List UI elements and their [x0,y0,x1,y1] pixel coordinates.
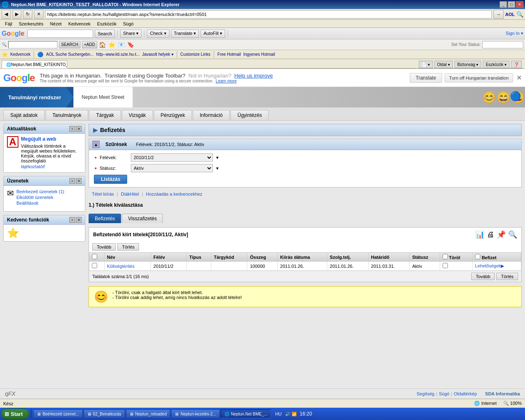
sign-in-link[interactable]: Sign In ▾ [506,31,523,36]
taskbar-beiratkozas[interactable]: 🖥 02_Beiratkozás [84,409,125,418]
site-nav-meetstreet[interactable]: Neptun Meet Street [73,87,133,107]
status-input[interactable] [482,41,523,48]
translate-button[interactable]: Translate [410,73,443,83]
fav-hotmail[interactable]: Free Hotmail [217,52,241,57]
felevek-select[interactable]: 2010/11/2 [131,153,213,162]
aktualitasok-link[interactable]: Megújult a web [21,136,82,142]
print-icon[interactable]: 🖨 [487,231,494,239]
fav-kedvencek[interactable]: Kedvencek [10,52,30,57]
forward-button[interactable]: ▶ [12,10,21,19]
start-button[interactable]: ⊞ Start [1,409,29,419]
footer-logo: qFX [5,390,16,397]
turn-off-hungarian-button[interactable]: Turn off Hungarian translation [445,73,513,82]
menu-view[interactable]: Nézet [47,20,65,27]
select-all-checkbox[interactable] [92,254,97,259]
google-search-input[interactable] [27,30,93,38]
address-input[interactable] [45,10,492,18]
maximize-button[interactable]: □ [508,1,515,8]
window-title: Neptun.Net BME_KITEKINTO_TESZT_HALLGATOI… [11,2,500,7]
elkuldott-link[interactable]: Elküldött üzenetek [16,195,64,200]
torles-button-top[interactable]: Törlés [117,243,139,251]
nav-tab-informacio[interactable]: Információ [193,110,230,120]
nav-tab-penzugyek[interactable]: Pénzügyek [154,110,192,120]
fav-ingyenes-hotmail[interactable]: Ingyenes Hotmail [243,52,275,57]
web-search-input[interactable] [8,41,57,48]
menu-edit[interactable]: Szerkesztés [16,20,47,27]
tools-btn2[interactable]: Eszközök ▾ [483,61,509,68]
fav-kti[interactable]: http--www.kti.szie.hu-t... [96,52,139,57]
security-button[interactable]: Biztonság ▾ [454,61,482,68]
uzenetek-expand[interactable]: + [69,178,75,184]
taskbar-neptun-reloaded[interactable]: 🖥 Neptun_reloaded [126,409,171,418]
tab-neptun[interactable]: 🌐 Neptun.Net BME_KITEKINTO_TESZT_HALLGA.… [2,60,67,68]
translate-bar-close[interactable]: ✕ [516,74,522,82]
taskbar-neptun-bme[interactable]: 🌐 Neptun.Net BME_... [221,409,271,418]
search-table-icon[interactable]: 🔍 [508,230,517,239]
add-button[interactable]: +ADD [82,41,97,48]
export-excel-icon[interactable]: 📊 [475,230,484,239]
koltsegterites-link[interactable]: Költségtérítés [107,264,135,269]
share-button[interactable]: Share ▾ [120,30,142,38]
row-torol-checkbox[interactable] [443,263,448,268]
kedvenc-close[interactable]: ✕ [76,217,82,223]
menu-tools[interactable]: Eszközök [94,20,120,27]
nav-tab-tanulmanyok[interactable]: Tanulmányok [46,110,89,120]
nav-tab-vizsgak[interactable]: Vizsgák [122,110,153,120]
learn-more-link[interactable]: Learn more [216,79,237,83]
minimize-button[interactable]: _ [500,1,507,8]
fav-customize[interactable]: Customize Links [180,52,210,57]
kedvenc-expand[interactable]: + [69,217,75,223]
row-checkbox[interactable] [92,263,97,268]
menu-help[interactable]: Súgó [120,20,137,27]
nav-tab-targyak[interactable]: Tárgyak [89,110,121,120]
nav-tab-ugyintezs[interactable]: Ügyintézés [231,110,269,120]
menu-file[interactable]: Fájl [2,20,16,27]
befizet-header-checkbox[interactable] [475,254,480,259]
hozzaadas-link[interactable]: Hozzáadás a kedvencekhez [146,192,203,196]
sugo-link[interactable]: Súgó [439,391,450,396]
page-button[interactable]: Oldal ▾ [434,61,453,68]
aktualitasok-close[interactable]: ✕ [76,126,82,132]
taskbar-neptun-kezeles[interactable]: 🖥 Neptun-kezelés-2... [171,409,220,418]
fav-aol[interactable]: AOL Suche Suchergebn... [46,52,94,57]
refresh-button[interactable]: ↻ [23,10,32,19]
oldalterkep-link[interactable]: Oldaltérkép [454,391,477,396]
nav-tab-sajat[interactable]: Saját adatok [3,110,45,120]
tovabb-button-top[interactable]: Tovább [92,243,116,251]
lehetosegek-link[interactable]: Lehetőségek▶ [475,263,504,268]
stop-button[interactable]: ✕ [34,10,43,19]
segitseg-link[interactable]: Segítség [417,391,434,396]
tab-visszafizetes[interactable]: Visszafizetés [122,214,163,223]
beallitasok-link[interactable]: Beállítások [16,201,64,205]
autofill-button[interactable]: AutoFill ▾ [201,30,225,38]
menu-favorites[interactable]: Kedvencek [65,20,94,27]
torles-button-bottom[interactable]: Törlés [496,273,518,280]
go-button[interactable]: → [493,10,504,19]
close-button[interactable]: ✕ [516,1,523,8]
new-tab-button[interactable]: 📄 ▾ [419,61,433,68]
fav-javasolt[interactable]: Javasolt helyek ▾ [142,52,173,57]
site-nav-tanulmanyok[interactable]: Tanulmányi rendszer [0,87,73,107]
tab-befizetes[interactable]: Befizetés [89,214,121,223]
aktualitasok-expand[interactable]: + [69,126,75,132]
table-icons: 📊 🖨 📌 🔍 [475,230,517,239]
help-btn2[interactable]: ❓ [511,61,522,68]
search-web-button[interactable]: SEARCH [59,41,80,48]
filter-collapse-icon[interactable]: ▲ [92,141,100,148]
taskbar-beerkezett[interactable]: 🖥 Beérkezett üzenet... [33,409,83,418]
tajekoztato-link[interactable]: tájékoztatót! [21,164,82,169]
beerkezett-link[interactable]: Beérkezett üzenetek (1) [16,189,64,194]
listazas-button[interactable]: Listázás [94,175,127,184]
back-button[interactable]: ◀ [2,10,11,19]
diakhitel-link[interactable]: DiákHitel [121,192,139,196]
google-search-button[interactable]: Search [95,30,115,38]
status-select[interactable]: Aktív [131,164,213,172]
check-button[interactable]: Check ▾ [147,30,169,38]
tovabb-button-bottom[interactable]: Tovább [471,273,495,280]
torol-header-checkbox[interactable] [443,254,448,259]
tetel-kiiras-link[interactable]: Tétel kiírás [92,192,114,196]
pin-icon[interactable]: 📌 [497,230,506,239]
help-us-improve-link[interactable]: Help us improve [234,73,273,79]
uzenetek-close[interactable]: ✕ [76,178,82,184]
translate-toolbar-button[interactable]: Translate ▾ [171,30,199,38]
